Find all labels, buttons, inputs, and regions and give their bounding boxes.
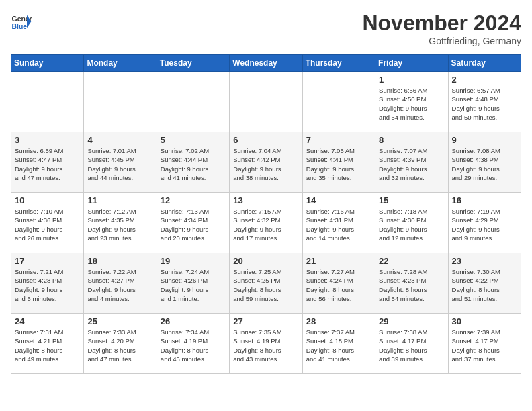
day-number: 26 (161, 316, 226, 326)
day-info: Sunrise: 7:38 AM Sunset: 4:17 PM Dayligh… (379, 328, 444, 363)
calendar-week-5: 24Sunrise: 7:31 AM Sunset: 4:21 PM Dayli… (11, 314, 521, 374)
day-info: Sunrise: 7:07 AM Sunset: 4:39 PM Dayligh… (379, 146, 444, 182)
day-number: 17 (15, 256, 80, 266)
svg-text:Blue: Blue (12, 23, 28, 30)
calendar-cell: 14Sunrise: 7:16 AM Sunset: 4:31 PM Dayli… (302, 193, 375, 253)
day-number: 6 (233, 135, 298, 145)
calendar-cell: 21Sunrise: 7:27 AM Sunset: 4:24 PM Dayli… (302, 253, 375, 314)
col-header-friday: Friday (375, 55, 448, 72)
day-info: Sunrise: 7:22 AM Sunset: 4:27 PM Dayligh… (87, 267, 152, 303)
calendar-cell: 13Sunrise: 7:15 AM Sunset: 4:32 PM Dayli… (230, 193, 302, 253)
day-number: 21 (306, 256, 371, 266)
day-number: 1 (379, 75, 444, 85)
calendar-cell: 25Sunrise: 7:33 AM Sunset: 4:20 PM Dayli… (84, 314, 157, 374)
calendar-cell: 10Sunrise: 7:10 AM Sunset: 4:36 PM Dayli… (11, 193, 84, 253)
day-info: Sunrise: 7:39 AM Sunset: 4:17 PM Dayligh… (452, 328, 517, 363)
day-number: 7 (306, 135, 371, 145)
day-info: Sunrise: 7:25 AM Sunset: 4:25 PM Dayligh… (233, 267, 298, 303)
day-info: Sunrise: 6:56 AM Sunset: 4:50 PM Dayligh… (379, 86, 444, 122)
calendar-cell: 11Sunrise: 7:12 AM Sunset: 4:35 PM Dayli… (84, 193, 157, 253)
day-info: Sunrise: 7:08 AM Sunset: 4:38 PM Dayligh… (452, 146, 517, 182)
calendar-cell: 19Sunrise: 7:24 AM Sunset: 4:26 PM Dayli… (157, 253, 229, 314)
calendar-cell: 17Sunrise: 7:21 AM Sunset: 4:28 PM Dayli… (11, 253, 84, 314)
day-number: 14 (306, 195, 371, 205)
day-info: Sunrise: 6:59 AM Sunset: 4:47 PM Dayligh… (15, 146, 80, 182)
calendar-week-1: 1Sunrise: 6:56 AM Sunset: 4:50 PM Daylig… (11, 72, 521, 132)
day-number: 10 (15, 195, 80, 205)
calendar-cell: 22Sunrise: 7:28 AM Sunset: 4:23 PM Dayli… (375, 253, 448, 314)
day-info: Sunrise: 7:12 AM Sunset: 4:35 PM Dayligh… (87, 207, 152, 242)
calendar-cell (302, 72, 375, 132)
day-info: Sunrise: 7:04 AM Sunset: 4:42 PM Dayligh… (233, 146, 298, 182)
day-info: Sunrise: 7:15 AM Sunset: 4:32 PM Dayligh… (233, 207, 298, 242)
day-number: 5 (161, 135, 226, 145)
calendar-cell: 9Sunrise: 7:08 AM Sunset: 4:38 PM Daylig… (448, 132, 521, 193)
calendar-week-4: 17Sunrise: 7:21 AM Sunset: 4:28 PM Dayli… (11, 253, 521, 314)
calendar-cell: 12Sunrise: 7:13 AM Sunset: 4:34 PM Dayli… (157, 193, 229, 253)
day-number: 27 (233, 316, 298, 326)
calendar-cell: 28Sunrise: 7:37 AM Sunset: 4:18 PM Dayli… (302, 314, 375, 374)
col-header-sunday: Sunday (11, 55, 84, 72)
calendar-cell: 1Sunrise: 6:56 AM Sunset: 4:50 PM Daylig… (375, 72, 448, 132)
month-title: November 2024 (362, 11, 521, 36)
day-number: 30 (452, 316, 517, 326)
calendar-cell: 8Sunrise: 7:07 AM Sunset: 4:39 PM Daylig… (375, 132, 448, 193)
day-number: 23 (452, 256, 517, 266)
col-header-tuesday: Tuesday (157, 55, 229, 72)
col-header-wednesday: Wednesday (230, 55, 302, 72)
calendar-cell (84, 72, 157, 132)
day-info: Sunrise: 7:37 AM Sunset: 4:18 PM Dayligh… (306, 328, 371, 363)
day-number: 9 (452, 135, 517, 145)
day-number: 29 (379, 316, 444, 326)
day-info: Sunrise: 7:33 AM Sunset: 4:20 PM Dayligh… (87, 328, 152, 363)
logo: General Blue (11, 11, 35, 32)
day-number: 22 (379, 256, 444, 266)
title-block: November 2024 Gottfrieding, Germany (362, 11, 521, 46)
day-info: Sunrise: 7:01 AM Sunset: 4:45 PM Dayligh… (87, 146, 152, 182)
day-number: 8 (379, 135, 444, 145)
day-info: Sunrise: 7:10 AM Sunset: 4:36 PM Dayligh… (15, 207, 80, 242)
col-header-thursday: Thursday (302, 55, 375, 72)
calendar-week-2: 3Sunrise: 6:59 AM Sunset: 4:47 PM Daylig… (11, 132, 521, 193)
calendar-header: SundayMondayTuesdayWednesdayThursdayFrid… (11, 55, 521, 72)
day-number: 3 (15, 135, 80, 145)
day-info: Sunrise: 7:19 AM Sunset: 4:29 PM Dayligh… (452, 207, 517, 242)
day-info: Sunrise: 7:34 AM Sunset: 4:19 PM Dayligh… (161, 328, 226, 363)
calendar-cell: 7Sunrise: 7:05 AM Sunset: 4:41 PM Daylig… (302, 132, 375, 193)
day-number: 24 (15, 316, 80, 326)
calendar-cell: 26Sunrise: 7:34 AM Sunset: 4:19 PM Dayli… (157, 314, 229, 374)
day-number: 4 (87, 135, 152, 145)
day-info: Sunrise: 7:28 AM Sunset: 4:23 PM Dayligh… (379, 267, 444, 303)
day-info: Sunrise: 7:02 AM Sunset: 4:44 PM Dayligh… (161, 146, 226, 182)
day-info: Sunrise: 6:57 AM Sunset: 4:48 PM Dayligh… (452, 86, 517, 122)
day-info: Sunrise: 7:05 AM Sunset: 4:41 PM Dayligh… (306, 146, 371, 182)
day-info: Sunrise: 7:31 AM Sunset: 4:21 PM Dayligh… (15, 328, 80, 363)
calendar-cell: 20Sunrise: 7:25 AM Sunset: 4:25 PM Dayli… (230, 253, 302, 314)
day-info: Sunrise: 7:30 AM Sunset: 4:22 PM Dayligh… (452, 267, 517, 303)
calendar-cell: 15Sunrise: 7:18 AM Sunset: 4:30 PM Dayli… (375, 193, 448, 253)
day-number: 19 (161, 256, 226, 266)
col-header-monday: Monday (84, 55, 157, 72)
day-number: 28 (306, 316, 371, 326)
calendar-cell: 5Sunrise: 7:02 AM Sunset: 4:44 PM Daylig… (157, 132, 229, 193)
day-info: Sunrise: 7:27 AM Sunset: 4:24 PM Dayligh… (306, 267, 371, 303)
calendar-cell (230, 72, 302, 132)
calendar-cell (157, 72, 229, 132)
day-number: 13 (233, 195, 298, 205)
day-info: Sunrise: 7:18 AM Sunset: 4:30 PM Dayligh… (379, 207, 444, 242)
calendar-cell: 24Sunrise: 7:31 AM Sunset: 4:21 PM Dayli… (11, 314, 84, 374)
calendar-cell (11, 72, 84, 132)
page-header: General Blue November 2024 Gottfrieding,… (11, 11, 521, 46)
day-number: 11 (87, 195, 152, 205)
calendar-table: SundayMondayTuesdayWednesdayThursdayFrid… (11, 54, 521, 374)
day-info: Sunrise: 7:24 AM Sunset: 4:26 PM Dayligh… (161, 267, 226, 303)
calendar-cell: 23Sunrise: 7:30 AM Sunset: 4:22 PM Dayli… (448, 253, 521, 314)
day-number: 12 (161, 195, 226, 205)
location-subtitle: Gottfrieding, Germany (362, 36, 521, 46)
day-info: Sunrise: 7:13 AM Sunset: 4:34 PM Dayligh… (161, 207, 226, 242)
calendar-cell: 3Sunrise: 6:59 AM Sunset: 4:47 PM Daylig… (11, 132, 84, 193)
calendar-cell: 16Sunrise: 7:19 AM Sunset: 4:29 PM Dayli… (448, 193, 521, 253)
day-number: 18 (87, 256, 152, 266)
day-number: 20 (233, 256, 298, 266)
calendar-cell: 27Sunrise: 7:35 AM Sunset: 4:19 PM Dayli… (230, 314, 302, 374)
